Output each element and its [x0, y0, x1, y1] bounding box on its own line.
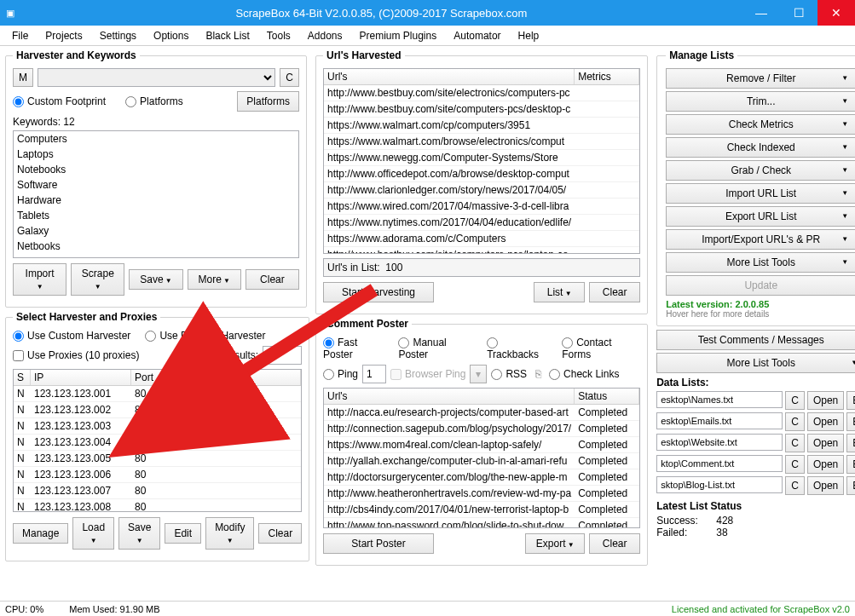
c-btn[interactable]: C: [785, 476, 805, 495]
keyword-item[interactable]: Tablets: [14, 208, 298, 223]
proxy-row[interactable]: N123.123.123.00780: [14, 483, 301, 499]
custom-footprint-radio[interactable]: Custom Footprint: [13, 95, 106, 107]
menu-file[interactable]: File: [3, 26, 37, 45]
test-comments-button[interactable]: Test Comments / Messages: [656, 330, 855, 350]
harvested-row[interactable]: http://www.officedepot.com/a/browse/desk…: [324, 166, 639, 182]
close-button[interactable]: ✕: [817, 0, 855, 26]
browser-ping-dd[interactable]: ▾: [470, 365, 487, 383]
manage-check-indexed-button[interactable]: Check Indexed▼: [666, 137, 855, 158]
use-custom-harvester-radio[interactable]: Use Custom Harvester: [13, 330, 130, 342]
manage-more-list-tools-button[interactable]: More List Tools▼: [666, 252, 855, 273]
keyword-item[interactable]: Galaxy: [14, 223, 298, 239]
platforms-button[interactable]: Platforms: [237, 91, 299, 112]
poster-row[interactable]: https://www.mom4real.com/clean-laptop-sa…: [324, 437, 639, 453]
harvested-row[interactable]: https://www.adorama.com/c/Computers: [324, 231, 639, 247]
harvested-row[interactable]: https://www.walmart.com/browse/electroni…: [324, 134, 639, 150]
minimize-button[interactable]: —: [742, 0, 780, 26]
e-btn[interactable]: E: [846, 391, 855, 410]
keyword-item[interactable]: Laptops: [14, 147, 298, 162]
ping-input[interactable]: [362, 365, 386, 383]
data-list-path[interactable]: [656, 391, 783, 408]
poster-row[interactable]: http://www.top-password.com/blog/slide-t…: [324, 518, 639, 528]
maximize-button[interactable]: ☐: [780, 0, 817, 26]
start-harvesting-button[interactable]: Start Harvesting: [323, 282, 434, 302]
col-ip[interactable]: IP: [31, 370, 131, 385]
manage-grab-check-button[interactable]: Grab / Check▼: [666, 160, 855, 181]
data-list-path[interactable]: [656, 476, 783, 493]
keyword-item[interactable]: Netbooks: [14, 239, 298, 254]
m-button[interactable]: M: [13, 68, 33, 87]
more-button[interactable]: More: [188, 269, 241, 290]
ping-radio[interactable]: Ping: [323, 368, 358, 380]
proxy-row[interactable]: N123.123.123.00880: [14, 499, 301, 512]
manage-remove-filter-button[interactable]: Remove / Filter▼: [666, 68, 855, 89]
proxy-row[interactable]: N123.123.123.00180: [14, 386, 301, 402]
save-proxies-button[interactable]: Save: [118, 517, 160, 550]
menu-automator[interactable]: Automator: [445, 26, 509, 45]
poster-row[interactable]: http://doctorsurgerycenter.com/blog/the-…: [324, 469, 639, 486]
keywords-list[interactable]: ComputersLaptopsNotebooksSoftwareHardwar…: [13, 130, 299, 258]
col-metrics[interactable]: Metrics: [575, 69, 639, 84]
clear-keywords-button[interactable]: Clear: [246, 269, 299, 290]
menu-addons[interactable]: Addons: [299, 26, 351, 45]
manage-check-metrics-button[interactable]: Check Metrics▼: [666, 114, 855, 135]
harvested-row[interactable]: https://www.newegg.com/Computer-Systems/…: [324, 150, 639, 166]
use-proxies-check[interactable]: Use Proxies (10 proxies): [13, 349, 139, 361]
manage-export-url-list-button[interactable]: Export URL List▼: [666, 206, 855, 227]
clear-poster-button[interactable]: Clear: [589, 533, 640, 554]
harvested-row[interactable]: http://www.bestbuy.com/site/electronics/…: [324, 85, 639, 101]
proxy-row[interactable]: N123.123.123.00480: [14, 435, 301, 451]
poster-row[interactable]: http://www.heatheronhertravels.com/revie…: [324, 486, 639, 502]
platforms-radio[interactable]: Platforms: [125, 95, 183, 107]
scrape-button[interactable]: Scrape: [71, 263, 124, 296]
manage-trim--button[interactable]: Trim...▼: [666, 91, 855, 112]
harvested-row[interactable]: https://www.nytimes.com/2017/04/04/educa…: [324, 215, 639, 231]
c-btn[interactable]: C: [785, 391, 805, 410]
proxy-row[interactable]: N123.123.123.00580: [14, 451, 301, 467]
poster-row[interactable]: http://cbs4indy.com/2017/04/01/new-terro…: [324, 502, 639, 518]
modify-proxies-button[interactable]: Modify: [205, 517, 254, 550]
manage-proxies-button[interactable]: Manage: [13, 523, 68, 544]
import-button[interactable]: Import: [13, 263, 66, 296]
open-btn[interactable]: Open: [807, 412, 844, 431]
c-btn[interactable]: C: [785, 412, 805, 431]
keyword-item[interactable]: iPad: [14, 254, 298, 258]
data-list-path[interactable]: [656, 455, 783, 472]
proxy-table[interactable]: S IP Port User Pass N123.123.123.00180N1…: [13, 369, 302, 512]
col-urls[interactable]: Url's: [324, 69, 575, 84]
keyword-item[interactable]: Computers: [14, 131, 298, 147]
col-s[interactable]: S: [14, 370, 31, 385]
export-poster-button[interactable]: Export: [525, 533, 585, 554]
fast-poster-radio[interactable]: Fast Poster: [323, 337, 387, 360]
menu-options[interactable]: Options: [145, 26, 197, 45]
list-button[interactable]: List: [534, 282, 585, 302]
harvested-row[interactable]: http://www.bestbuy.com/site/computers-pc…: [324, 247, 639, 254]
data-list-path[interactable]: [656, 434, 783, 451]
harvested-row[interactable]: https://www.walmart.com/cp/computers/395…: [324, 118, 639, 134]
keyword-item[interactable]: Notebooks: [14, 162, 298, 177]
load-proxies-button[interactable]: Load: [72, 517, 114, 550]
keyword-item[interactable]: Hardware: [14, 193, 298, 208]
open-btn[interactable]: Open: [807, 455, 844, 474]
check-links-radio[interactable]: Check Links: [549, 368, 619, 380]
open-btn[interactable]: Open: [807, 434, 844, 452]
poster-row[interactable]: http://connection.sagepub.com/blog/psych…: [324, 421, 639, 437]
trackbacks-radio[interactable]: Trackbacks: [487, 337, 551, 360]
use-detailed-harvester-radio[interactable]: Use Detailed Harvester: [145, 330, 265, 342]
start-poster-button[interactable]: Start Poster: [323, 533, 434, 554]
footprint-select[interactable]: [38, 68, 275, 87]
edit-proxies-button[interactable]: Edit: [165, 523, 201, 544]
harvested-row[interactable]: http://www.bestbuy.com/site/computers-pc…: [324, 101, 639, 118]
menu-help[interactable]: Help: [510, 26, 548, 45]
harvested-table[interactable]: Url's Metrics http://www.bestbuy.com/sit…: [323, 68, 640, 254]
rss-radio[interactable]: RSS: [491, 368, 527, 380]
harvested-row[interactable]: http://www.clarionledger.com/story/news/…: [324, 182, 639, 199]
poster-row[interactable]: http://nacca.eu/research-projects/comput…: [324, 405, 639, 421]
menu-premium-plugins[interactable]: Premium Plugins: [351, 26, 446, 45]
proxy-row[interactable]: N123.123.123.00680: [14, 467, 301, 483]
open-btn[interactable]: Open: [807, 476, 844, 495]
data-list-path[interactable]: [656, 412, 783, 429]
save-button[interactable]: Save: [129, 269, 182, 290]
menu-projects[interactable]: Projects: [37, 26, 90, 45]
c-btn[interactable]: C: [785, 434, 805, 452]
